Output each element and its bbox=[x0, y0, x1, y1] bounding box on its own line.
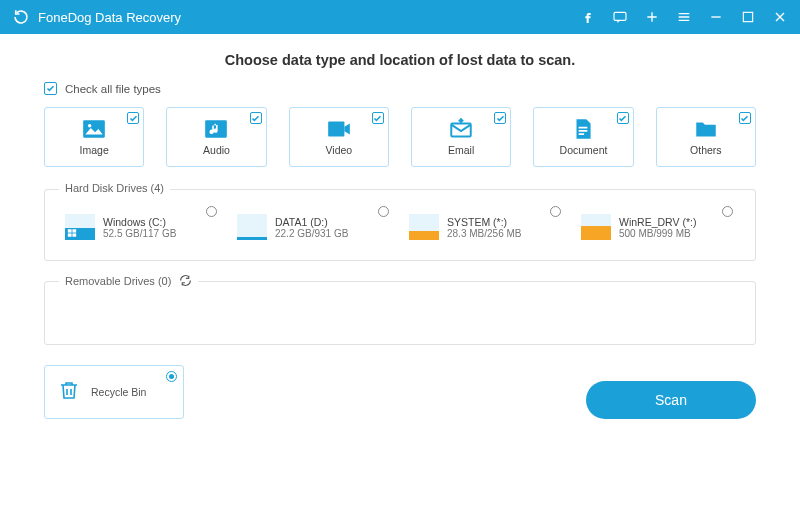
folder-icon bbox=[693, 118, 719, 140]
type-label: Image bbox=[80, 144, 109, 156]
plus-icon[interactable] bbox=[644, 9, 660, 25]
feedback-icon[interactable] bbox=[612, 9, 628, 25]
type-card-others[interactable]: Others bbox=[656, 107, 756, 167]
svg-rect-8 bbox=[72, 229, 76, 232]
checkbox-icon[interactable] bbox=[617, 112, 629, 124]
check-all-label: Check all file types bbox=[65, 83, 161, 95]
close-icon[interactable] bbox=[772, 9, 788, 25]
removable-section: Removable Drives (0) bbox=[44, 281, 756, 345]
titlebar: FoneDog Data Recovery bbox=[0, 0, 800, 34]
type-label: Audio bbox=[203, 144, 230, 156]
radio-icon[interactable] bbox=[378, 206, 389, 217]
type-card-document[interactable]: Document bbox=[533, 107, 633, 167]
type-card-audio[interactable]: Audio bbox=[166, 107, 266, 167]
radio-icon[interactable] bbox=[206, 206, 217, 217]
svg-rect-10 bbox=[72, 233, 76, 236]
type-label: Document bbox=[560, 144, 608, 156]
refresh-icon[interactable] bbox=[179, 274, 192, 287]
checkbox-icon[interactable] bbox=[372, 112, 384, 124]
hdd-legend: Hard Disk Drives (4) bbox=[59, 182, 170, 194]
drive-name: DATA1 (D:) bbox=[275, 216, 348, 228]
svg-rect-7 bbox=[68, 229, 72, 232]
facebook-icon[interactable] bbox=[580, 9, 596, 25]
drive-size: 22.2 GB/931 GB bbox=[275, 228, 348, 239]
checkbox-icon[interactable] bbox=[494, 112, 506, 124]
app-title: FoneDog Data Recovery bbox=[38, 10, 580, 25]
window-controls bbox=[580, 9, 788, 25]
svg-rect-9 bbox=[68, 233, 72, 236]
radio-selected-icon[interactable] bbox=[166, 371, 177, 382]
drive-item[interactable]: SYSTEM (*:)28.3 MB/256 MB bbox=[405, 210, 567, 244]
audio-icon bbox=[203, 118, 229, 140]
svg-point-3 bbox=[88, 124, 91, 127]
drive-size: 52.5 GB/117 GB bbox=[103, 228, 176, 239]
type-label: Email bbox=[448, 144, 474, 156]
menu-icon[interactable] bbox=[676, 9, 692, 25]
drive-size: 28.3 MB/256 MB bbox=[447, 228, 521, 239]
drive-name: SYSTEM (*:) bbox=[447, 216, 521, 228]
type-card-email[interactable]: Email bbox=[411, 107, 511, 167]
radio-icon[interactable] bbox=[550, 206, 561, 217]
type-label: Others bbox=[690, 144, 722, 156]
type-card-image[interactable]: Image bbox=[44, 107, 144, 167]
scan-button[interactable]: Scan bbox=[586, 381, 756, 419]
email-icon bbox=[448, 118, 474, 140]
svg-rect-1 bbox=[743, 12, 752, 21]
svg-rect-0 bbox=[614, 12, 626, 20]
drive-item[interactable]: DATA1 (D:)22.2 GB/931 GB bbox=[233, 210, 395, 244]
type-card-video[interactable]: Video bbox=[289, 107, 389, 167]
svg-rect-5 bbox=[328, 121, 344, 136]
hdd-section: Hard Disk Drives (4) Windows (C:)52.5 GB… bbox=[44, 189, 756, 261]
checkbox-icon[interactable] bbox=[250, 112, 262, 124]
svg-rect-2 bbox=[83, 120, 105, 137]
video-icon bbox=[326, 118, 352, 140]
drive-item[interactable]: Windows (C:)52.5 GB/117 GB bbox=[61, 210, 223, 244]
drive-list: Windows (C:)52.5 GB/117 GBDATA1 (D:)22.2… bbox=[61, 210, 739, 244]
file-type-grid: Image Audio Video Email Document Others bbox=[44, 107, 756, 167]
drive-item[interactable]: WinRE_DRV (*:)500 MB/999 MB bbox=[577, 210, 739, 244]
drive-name: WinRE_DRV (*:) bbox=[619, 216, 696, 228]
minimize-icon[interactable] bbox=[708, 9, 724, 25]
document-icon bbox=[570, 118, 596, 140]
trash-icon bbox=[57, 377, 81, 407]
checkbox-icon[interactable] bbox=[127, 112, 139, 124]
drive-thumb bbox=[581, 214, 611, 240]
drive-thumb bbox=[65, 214, 95, 240]
recycle-bin-card[interactable]: Recycle Bin bbox=[44, 365, 184, 419]
drive-thumb bbox=[409, 214, 439, 240]
image-icon bbox=[81, 118, 107, 140]
drive-size: 500 MB/999 MB bbox=[619, 228, 696, 239]
app-logo-icon bbox=[12, 8, 30, 26]
page-heading: Choose data type and location of lost da… bbox=[44, 52, 756, 68]
drive-name: Windows (C:) bbox=[103, 216, 176, 228]
maximize-icon[interactable] bbox=[740, 9, 756, 25]
radio-icon[interactable] bbox=[722, 206, 733, 217]
check-all-filetypes[interactable]: Check all file types bbox=[44, 82, 756, 95]
removable-legend: Removable Drives (0) bbox=[59, 274, 198, 287]
checkbox-icon[interactable] bbox=[739, 112, 751, 124]
type-label: Video bbox=[325, 144, 352, 156]
checkbox-icon[interactable] bbox=[44, 82, 57, 95]
recycle-label: Recycle Bin bbox=[91, 386, 146, 398]
drive-thumb bbox=[237, 214, 267, 240]
